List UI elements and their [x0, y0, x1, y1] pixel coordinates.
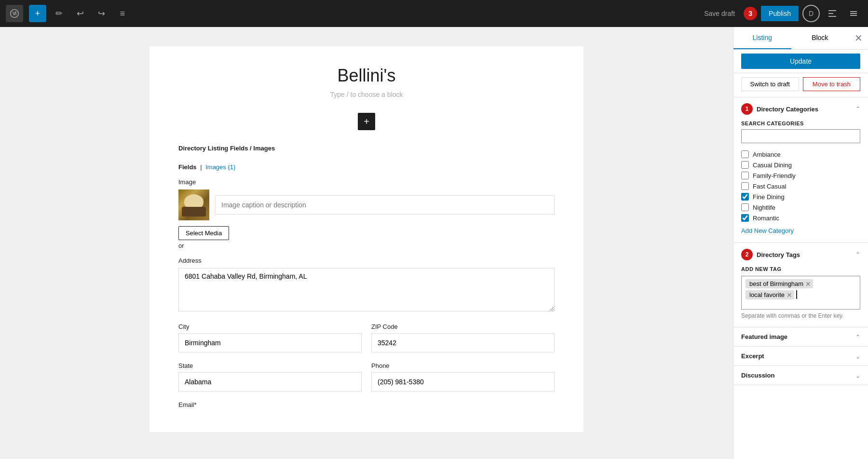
fast-casual-label[interactable]: Fast Casual — [753, 183, 786, 190]
discussion-title: Discussion — [741, 372, 855, 379]
tab-divider: | — [199, 163, 204, 171]
categories-chevron-up-icon: ⌃ — [855, 106, 860, 112]
family-friendly-checkbox[interactable] — [741, 172, 749, 179]
list-item: Fine Dining — [741, 191, 860, 202]
sidebar-close-button[interactable]: ✕ — [849, 27, 868, 49]
toolbar-right: Save draft 3 Publish D — [699, 5, 862, 22]
city-label: City — [178, 323, 362, 330]
notification-badge: 3 — [744, 7, 757, 20]
search-categories-input[interactable] — [741, 129, 860, 143]
image-thumbnail — [178, 189, 209, 220]
sidebar-top-section: Update — [733, 50, 868, 73]
editor-area[interactable]: Type / to choose a block + Directory Lis… — [0, 27, 733, 459]
section-header: Directory Listing Fields / Images — [178, 145, 555, 156]
nightlife-label[interactable]: Nightlife — [753, 204, 775, 211]
undo-button[interactable]: ↩ — [71, 5, 89, 22]
add-block-button[interactable]: + — [29, 5, 46, 22]
svg-rect-1 — [828, 13, 833, 14]
tag-remove-best-of-birmingham[interactable]: ✕ — [805, 281, 811, 287]
add-block-inline-button[interactable]: + — [358, 113, 375, 130]
svg-rect-0 — [828, 10, 836, 11]
add-new-tag-label: ADD NEW TAG — [741, 266, 860, 272]
categories-list: Ambiance Casual Dining Family-Friendly F… — [741, 149, 860, 223]
tags-input-area[interactable]: best of Birmingham ✕ local favorite ✕ — [741, 276, 860, 310]
list-item: Casual Dining — [741, 160, 860, 170]
avatar-button[interactable]: D — [802, 5, 820, 22]
select-media-button[interactable]: Select Media — [178, 226, 229, 240]
svg-rect-2 — [828, 16, 836, 17]
update-button[interactable]: Update — [741, 54, 860, 69]
tab-listing[interactable]: Listing — [733, 27, 791, 49]
fine-dining-checkbox[interactable] — [741, 193, 749, 201]
wp-logo[interactable] — [6, 5, 23, 22]
list-item: Ambiance — [741, 149, 860, 160]
email-group: Email* — [178, 401, 555, 408]
address-input[interactable]: 6801 Cahaba Valley Rd, Birmingham, AL — [178, 268, 555, 311]
publish-button[interactable]: Publish — [761, 6, 799, 21]
featured-image-title: Featured image — [741, 333, 855, 340]
zip-input[interactable] — [371, 333, 555, 352]
redo-button[interactable]: ↪ — [93, 5, 110, 22]
directory-categories-section: 1 Directory Categories ⌃ SEARCH CATEGORI… — [733, 97, 868, 243]
tags-title: Directory Tags — [757, 251, 852, 258]
list-item: Nightlife — [741, 202, 860, 213]
excerpt-chevron-down-icon: ⌃ — [855, 353, 860, 360]
tab-fields[interactable]: Fields — [178, 163, 197, 171]
list-item: Romantic — [741, 213, 860, 223]
or-text: or — [178, 242, 555, 249]
phone-group: Phone — [371, 362, 555, 392]
excerpt-header[interactable]: Excerpt ⌃ — [733, 347, 868, 366]
settings-button[interactable] — [845, 5, 862, 22]
romantic-label[interactable]: Romantic — [753, 215, 779, 222]
phone-input[interactable] — [371, 372, 555, 392]
switch-draft-button[interactable]: Switch to draft — [741, 77, 799, 91]
list-item: Fast Casual — [741, 181, 860, 191]
ambiance-label[interactable]: Ambiance — [753, 151, 781, 158]
city-input[interactable] — [178, 333, 362, 352]
state-input[interactable] — [178, 372, 362, 392]
list-view-button[interactable]: ≡ — [114, 5, 131, 22]
post-title[interactable] — [178, 66, 555, 86]
excerpt-title: Excerpt — [741, 352, 855, 360]
casual-dining-label[interactable]: Casual Dining — [753, 162, 792, 169]
add-new-category-button[interactable]: Add New Category — [741, 227, 794, 234]
discussion-header[interactable]: Discussion ⌃ — [733, 366, 868, 385]
edit-button[interactable]: ✏ — [50, 5, 68, 22]
family-friendly-label[interactable]: Family-Friendly — [753, 172, 796, 179]
main-layout: Type / to choose a block + Directory Lis… — [0, 27, 868, 459]
featured-image-header[interactable]: Featured image ⌃ — [733, 327, 868, 347]
image-label: Image — [178, 178, 555, 186]
sidebar-toggle-button[interactable] — [824, 5, 841, 22]
tags-body: ADD NEW TAG best of Birmingham ✕ local f… — [733, 266, 868, 327]
tags-badge: 2 — [741, 249, 753, 260]
post-subtitle: Type / to choose a block — [178, 91, 555, 98]
directory-tags-section: 2 Directory Tags ⌃ ADD NEW TAG best of B… — [733, 243, 868, 327]
fast-casual-checkbox[interactable] — [741, 182, 749, 190]
directory-tags-header[interactable]: 2 Directory Tags ⌃ — [733, 243, 868, 266]
tag-remove-local-favorite[interactable]: ✕ — [787, 292, 792, 298]
email-label: Email* — [178, 401, 555, 408]
tab-images[interactable]: Images (1) — [205, 163, 235, 171]
image-row — [178, 189, 555, 220]
save-draft-button[interactable]: Save draft — [699, 7, 740, 20]
sidebar-tabs: Listing Block ✕ — [733, 27, 868, 50]
list-item: Family-Friendly — [741, 170, 860, 181]
zip-group: ZIP Code — [371, 323, 555, 352]
categories-title: Directory Categories — [757, 106, 852, 113]
casual-dining-checkbox[interactable] — [741, 161, 749, 169]
ambiance-checkbox[interactable] — [741, 150, 749, 158]
fine-dining-label[interactable]: Fine Dining — [753, 193, 785, 201]
featured-image-chevron-up-icon: ⌃ — [855, 334, 860, 340]
categories-body: SEARCH CATEGORIES Ambiance Casual Dining… — [733, 121, 868, 243]
phone-label: Phone — [371, 362, 555, 369]
image-caption-input[interactable] — [215, 195, 555, 215]
tag-label: local favorite — [749, 291, 785, 298]
sidebar: Listing Block ✕ Update Switch to draft M… — [733, 27, 868, 459]
romantic-checkbox[interactable] — [741, 214, 749, 222]
nightlife-checkbox[interactable] — [741, 203, 749, 211]
zip-label: ZIP Code — [371, 323, 555, 330]
address-label: Address — [178, 257, 555, 264]
directory-categories-header[interactable]: 1 Directory Categories ⌃ — [733, 97, 868, 121]
move-trash-button[interactable]: Move to trash — [803, 77, 861, 91]
tab-block[interactable]: Block — [791, 27, 849, 49]
